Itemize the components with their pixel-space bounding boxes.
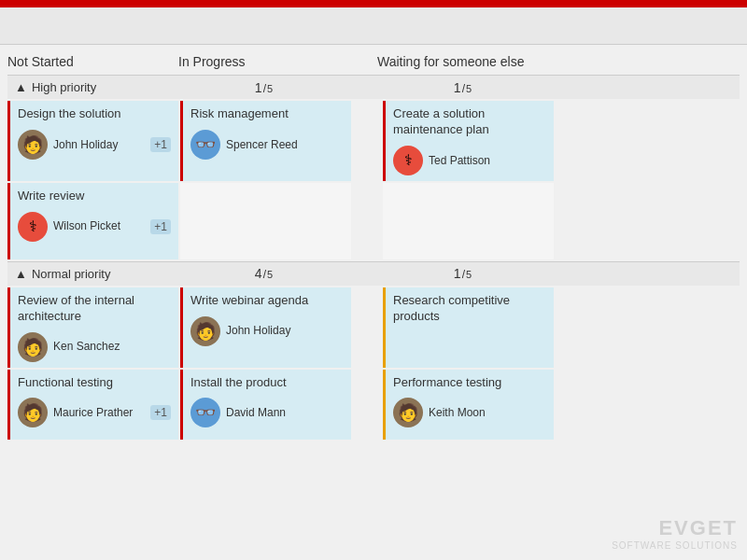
card-risk-management[interactable]: Risk management 👓 Spencer Reed (180, 101, 351, 181)
extra-count: +1 (150, 219, 171, 234)
card-title: Write webinar agenda (190, 293, 344, 309)
watermark-line1: EVGET (612, 516, 738, 540)
avatar: 👓 (190, 130, 220, 160)
card-title: Write review (18, 189, 171, 204)
card-install-product[interactable]: Install the product 👓 David Mann (180, 370, 351, 440)
avatar: 🧑 (190, 316, 220, 346)
person-name: John Holiday (226, 324, 290, 337)
watermark: EVGET SOFTWARE SOLUTIONS (612, 516, 738, 551)
avatar: 👓 (190, 398, 220, 427)
person-name: Ted Pattison (429, 154, 490, 167)
top-bar (0, 0, 747, 7)
extra-count: +1 (150, 405, 171, 420)
card-title: Review of the internal architecture (18, 293, 171, 325)
watermark-line2: SOFTWARE SOLUTIONS (612, 540, 738, 551)
person-name: David Mann (226, 406, 286, 419)
high-priority-header[interactable]: ▲ High priority 1 / 5 1 / 5 (7, 75, 740, 99)
avatar: ⚕ (393, 146, 423, 175)
card-title: Research competitive products (393, 293, 546, 325)
high-priority-row1: Design the solution 🧑 John Holiday +1 Ri… (7, 101, 740, 181)
normal-priority-row1: Review of the internal architecture 🧑 Ke… (7, 287, 740, 368)
person-name: Wilson Picket (53, 219, 120, 232)
card-design-solution[interactable]: Design the solution 🧑 John Holiday +1 (7, 101, 178, 181)
avatar: 🧑 (393, 398, 423, 427)
avatar: 🧑 (18, 332, 48, 362)
avatar: ⚕ (18, 212, 48, 242)
normal-priority-row2: Functional testing 🧑 Maurice Prather +1 … (7, 370, 740, 440)
normal-priority-label: Normal priority (32, 267, 111, 281)
card-title: Risk management (190, 106, 344, 122)
board-container: Not Started In Progress Waiting for some… (0, 45, 747, 560)
card-review-architecture[interactable]: Review of the internal architecture 🧑 Ke… (7, 287, 178, 368)
person-name: Ken Sanchez (53, 340, 120, 353)
person-name: John Holiday (53, 138, 118, 151)
app-header (0, 7, 747, 45)
extra-count: +1 (150, 137, 171, 152)
person-name: Keith Moon (429, 406, 486, 419)
high-priority-label: High priority (32, 80, 96, 94)
high-priority-row2: Write review ⚕ Wilson Picket +1 (7, 183, 740, 259)
avatar: 🧑 (18, 130, 48, 160)
person-name: Maurice Prather (53, 406, 133, 419)
person-name: Spencer Reed (226, 138, 298, 151)
col-header-waiting: Waiting for someone else (377, 54, 548, 69)
card-maintenance-plan[interactable]: Create a solution maintenance plan ⚕ Ted… (383, 101, 554, 181)
avatar: 🧑 (18, 398, 48, 427)
normal-priority-header[interactable]: ▲ Normal priority 4 / 5 1 / 5 (7, 261, 740, 286)
card-title: Functional testing (18, 375, 171, 391)
card-performance-testing[interactable]: Performance testing 🧑 Keith Moon (383, 370, 554, 440)
card-write-review[interactable]: Write review ⚕ Wilson Picket +1 (7, 183, 178, 259)
card-title: Install the product (190, 375, 344, 391)
card-functional-testing[interactable]: Functional testing 🧑 Maurice Prather +1 (7, 370, 178, 440)
card-write-webinar[interactable]: Write webinar agenda 🧑 John Holiday (180, 287, 351, 368)
card-title: Performance testing (393, 375, 546, 391)
col-header-not-started: Not Started (7, 54, 178, 69)
col-header-in-progress: In Progress (178, 54, 349, 69)
card-title: Create a solution maintenance plan (393, 106, 546, 138)
card-research-competitive[interactable]: Research competitive products (383, 287, 554, 368)
column-headers: Not Started In Progress Waiting for some… (7, 54, 740, 69)
card-title: Design the solution (18, 106, 171, 122)
